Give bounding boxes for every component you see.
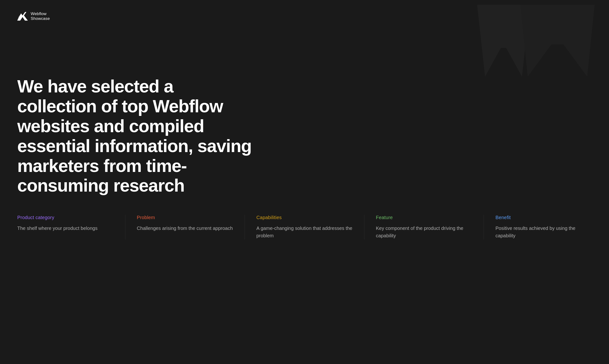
column-label-product-category: Product category: [17, 215, 114, 220]
logo-text: Webflow Showcase: [31, 12, 50, 21]
bg-w-right: [520, 5, 595, 77]
column-capabilities: CapabilitiesA game-changing solution tha…: [245, 215, 364, 239]
column-label-feature: Feature: [376, 215, 472, 220]
column-benefit: BenefitPositive results achieved by usin…: [484, 215, 592, 239]
hero-heading: We have selected a collection of top Web…: [17, 77, 252, 196]
column-product-category: Product categoryThe shelf where your pro…: [17, 215, 125, 239]
column-desc-feature: Key component of the product driving the…: [376, 225, 472, 239]
column-desc-benefit: Positive results achieved by using the c…: [495, 225, 592, 239]
logo-line2: Showcase: [31, 16, 50, 21]
column-label-problem: Problem: [137, 215, 233, 220]
column-label-benefit: Benefit: [495, 215, 592, 220]
column-desc-problem: Challenges arising from the current appr…: [137, 225, 233, 232]
column-feature: FeatureKey component of the product driv…: [364, 215, 484, 239]
background-decoration: [422, 0, 609, 81]
webflow-logo-icon: [17, 12, 28, 21]
header: Webflow Showcase: [17, 12, 50, 21]
main-content: We have selected a collection of top Web…: [17, 77, 592, 239]
column-label-capabilities: Capabilities: [256, 215, 353, 220]
column-desc-capabilities: A game-changing solution that addresses …: [256, 225, 353, 239]
column-desc-product-category: The shelf where your product belongs: [17, 225, 114, 232]
column-problem: ProblemChallenges arising from the curre…: [125, 215, 245, 239]
columns-section: Product categoryThe shelf where your pro…: [17, 215, 592, 239]
page-wrapper: Webflow Showcase We have selected a coll…: [0, 0, 609, 364]
logo-line1: Webflow: [31, 12, 50, 16]
